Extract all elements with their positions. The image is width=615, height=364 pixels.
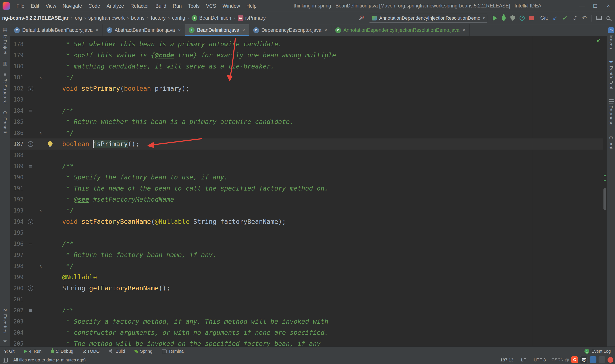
breadcrumb-item-factory[interactable]: factory <box>150 15 166 21</box>
breadcrumb-item-org[interactable]: org <box>75 15 82 21</box>
menu-edit[interactable]: Edit <box>27 0 42 12</box>
code-line-179[interactable]: 179 * <p>If this value is {@code true} f… <box>10 50 607 61</box>
tool-button-5-debug[interactable]: 5: Debug <box>51 349 73 354</box>
code-text[interactable]: * Specify the factory bean to use, if an… <box>45 172 607 183</box>
git-commit-icon[interactable] <box>562 15 567 21</box>
code-line-196[interactable]: 196 /** <box>10 238 607 249</box>
code-text[interactable]: * Return whether this bean is a primary … <box>45 116 607 127</box>
code-text[interactable]: * Set whether this bean is a primary aut… <box>45 39 607 50</box>
close-button[interactable]: × <box>602 0 615 12</box>
code-line-200[interactable]: 200 String getFactoryBeanName(); <box>10 283 607 294</box>
code-line-187[interactable]: 187 boolean isPrimary(); <box>10 139 607 150</box>
tool-button-maven[interactable]: Maven <box>608 27 614 49</box>
encoding-widget[interactable]: UTF-8 <box>534 358 546 363</box>
implemented-marker-icon[interactable] <box>28 141 33 147</box>
code-line-188[interactable]: 188 <box>10 150 607 161</box>
editor-scrollbar[interactable] <box>603 36 607 347</box>
breadcrumb-item-isprimary[interactable]: misPrimary <box>237 15 266 21</box>
fold-comment-icon[interactable] <box>29 161 32 172</box>
code-line-194[interactable]: 194 void setFactoryBeanName(@Nullable St… <box>10 216 607 227</box>
menu-view[interactable]: View <box>42 0 59 12</box>
tab-dependencydescriptor-java[interactable]: CDependencyDescriptor.java <box>249 24 331 36</box>
menu-refactor[interactable]: Refactor <box>127 0 152 12</box>
scrollbar-thumb[interactable] <box>603 188 606 210</box>
tool-button-1-project[interactable]: 1: Project <box>2 27 7 54</box>
profiler-button[interactable] <box>520 16 525 21</box>
implemented-marker-icon[interactable] <box>28 86 33 91</box>
code-line-202[interactable]: 202 /** <box>10 305 607 316</box>
tool-button-6-todo[interactable]: 6: TODO <box>83 349 99 354</box>
fold-comment-icon[interactable] <box>29 305 32 316</box>
fold-end-icon[interactable] <box>40 205 42 216</box>
code-line-191[interactable]: 191 * This the name of the bean to call … <box>10 183 607 194</box>
tool-button-4-run[interactable]: 4: Run <box>24 349 42 354</box>
code-text[interactable]: void setFactoryBeanName(@Nullable String… <box>45 216 607 227</box>
tool-button-7-structure[interactable]: 7: Structure <box>2 72 7 104</box>
run-button[interactable] <box>493 15 497 21</box>
implemented-marker-icon[interactable] <box>28 286 33 291</box>
fold-comment-icon[interactable] <box>29 105 32 116</box>
hide-windows-icon[interactable] <box>596 16 602 20</box>
code-text[interactable]: * <p>If this value is {@code true} for e… <box>45 50 607 61</box>
caret-position-widget[interactable]: 187:13 <box>500 358 513 363</box>
menu-help[interactable]: Help <box>243 0 260 12</box>
tab-defaultlistablebeanfactory-java[interactable]: CDefaultListableBeanFactory.java <box>10 24 103 36</box>
code-line-184[interactable]: 184 /** <box>10 105 607 116</box>
code-line-204[interactable]: 204 * constructor arguments, or with no … <box>10 327 607 338</box>
code-line-198[interactable]: 198 */ <box>10 260 607 272</box>
menu-run[interactable]: Run <box>170 0 185 12</box>
code-line-183[interactable]: 183 <box>10 94 607 105</box>
code-line-195[interactable]: 195 <box>10 227 607 238</box>
code-text[interactable]: */ <box>45 72 607 83</box>
code-line-190[interactable]: 190 * Specify the factory bean to use, i… <box>10 172 607 183</box>
code-text[interactable]: /** <box>45 305 607 316</box>
code-line-192[interactable]: 192 * @see #setFactoryMethodName <box>10 194 607 205</box>
inspections-ok-icon[interactable] <box>596 37 601 44</box>
tab-abstractbeandefinition-java[interactable]: CAbstractBeanDefinition.java <box>103 24 185 36</box>
close-tab-icon[interactable] <box>324 27 327 34</box>
event-log-button[interactable]: 1 Event Log <box>585 349 611 354</box>
code-text[interactable] <box>45 150 607 161</box>
tab-beandefinition-java[interactable]: IBeanDefinition.java <box>185 24 249 36</box>
tool-button-build[interactable]: Build <box>109 349 125 354</box>
run-configuration-select[interactable]: AnnotationDependencyInjectionResolutionD… <box>369 14 488 23</box>
minimize-button[interactable]: — <box>575 0 588 12</box>
breadcrumb-item-springframework[interactable]: springframework <box>88 15 125 21</box>
code-line-201[interactable]: 201 <box>10 294 607 305</box>
code-text[interactable] <box>45 227 607 238</box>
fold-end-icon[interactable] <box>40 127 42 139</box>
search-everywhere-icon[interactable] <box>606 16 610 20</box>
code-text[interactable]: /** <box>45 105 607 116</box>
breadcrumb-item-beans[interactable]: beans <box>131 15 145 21</box>
close-tab-icon[interactable] <box>178 27 181 34</box>
code-text[interactable]: String getFactoryBeanName(); <box>45 283 607 294</box>
code-text[interactable]: * @see #setFactoryMethodName <box>45 194 607 205</box>
code-text[interactable]: * Specify a factory method, if any. This… <box>45 316 607 327</box>
breadcrumb-item-beandefinition[interactable]: IBeanDefinition <box>191 15 232 21</box>
code-text[interactable]: */ <box>45 205 607 216</box>
fold-end-icon[interactable] <box>40 260 42 272</box>
tool-window-switcher-icon[interactable] <box>3 358 8 363</box>
implemented-marker-icon[interactable] <box>28 219 33 224</box>
code-text[interactable]: * Return the factory bean name, if any. <box>45 249 607 260</box>
code-text[interactable] <box>45 294 607 305</box>
code-line-203[interactable]: 203 * Specify a factory method, if any. … <box>10 316 607 327</box>
code-line-189[interactable]: 189 /** <box>10 161 607 172</box>
breadcrumb-item-ng-beans-5-2-2-release-jar[interactable]: ng-beans-5.2.2.RELEASE.jar <box>2 15 69 21</box>
close-tab-icon[interactable] <box>95 27 98 34</box>
code-line-199[interactable]: 199 @Nullable <box>10 272 607 283</box>
code-line-185[interactable]: 185 * Return whether this bean is a prim… <box>10 116 607 127</box>
tool-button-spring[interactable]: Spring <box>134 349 152 354</box>
menu-code[interactable]: Code <box>85 0 103 12</box>
code-text[interactable]: /** <box>45 238 607 249</box>
close-tab-icon[interactable] <box>462 27 466 34</box>
code-line-197[interactable]: 197 * Return the factory bean name, if a… <box>10 249 607 260</box>
tool-button-folder[interactable] <box>3 61 7 66</box>
code-line-181[interactable]: 181 */ <box>10 72 607 83</box>
menu-build[interactable]: Build <box>152 0 170 12</box>
wrench-icon[interactable] <box>358 15 364 21</box>
fold-comment-icon[interactable] <box>29 238 32 249</box>
code-line-182[interactable]: 182 void setPrimary(boolean primary); <box>10 83 607 94</box>
code-line-186[interactable]: 186 */ <box>10 127 607 139</box>
intention-bulb-icon[interactable] <box>48 141 53 146</box>
